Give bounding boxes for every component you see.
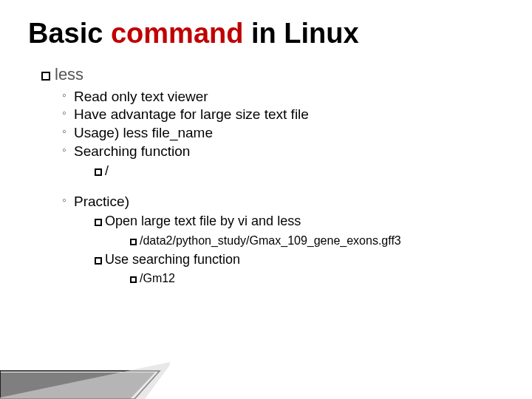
section-heading: less: [41, 64, 491, 85]
sub-bullet: /: [74, 162, 491, 180]
section-name: less: [55, 65, 83, 83]
sub-bullet-text: /: [105, 163, 109, 178]
checkbox-bullet-icon: [41, 72, 50, 81]
sub-bullet: Open large text file by vi and less /dat…: [74, 212, 491, 249]
checkbox-bullet-icon: [130, 276, 137, 283]
corner-decor-icon: [0, 355, 170, 399]
title-part-1: Basic: [28, 18, 111, 49]
list-item: Searching function /: [62, 143, 491, 180]
sub-bullet-text: Use searching function: [105, 252, 240, 267]
list-item: Usage) less file_name: [62, 124, 491, 142]
list-item: Have advantage for large size text file: [62, 106, 491, 123]
bullet-text: Read only text viewer: [74, 89, 208, 104]
title-part-2: in Linux: [243, 18, 358, 49]
sub-sub-text: /data2/python_study/Gmax_109_gene_exons.…: [140, 234, 401, 247]
sub-bullet-text: Open large text file by vi and less: [105, 214, 301, 228]
svg-marker-1: [0, 371, 160, 399]
checkbox-bullet-icon: [95, 257, 102, 265]
bullet-text: Practice): [74, 194, 129, 209]
svg-marker-2: [0, 362, 170, 399]
bullet-list: Read only text viewer Have advantage for…: [41, 88, 491, 180]
spacer: [41, 180, 491, 190]
title-accent: command: [111, 18, 243, 49]
slide-body: less Read only text viewer Have advantag…: [0, 50, 532, 287]
list-item: Practice) Open large text file by vi and…: [62, 193, 491, 287]
sub-sub-bullet: /data2/python_study/Gmax_109_gene_exons.…: [95, 231, 491, 249]
slide-title: Basic command in Linux: [0, 0, 532, 50]
checkbox-bullet-icon: [95, 168, 102, 176]
sub-sub-bullet: /Gm12: [95, 269, 491, 287]
svg-marker-0: [0, 372, 155, 399]
bullet-text: Searching function: [74, 143, 190, 159]
checkbox-bullet-icon: [95, 219, 102, 226]
sub-sub-text: /Gm12: [140, 272, 175, 284]
bullet-text: Have advantage for large size text file: [74, 106, 309, 122]
list-item: Read only text viewer: [62, 88, 491, 106]
slide: Basic command in Linux less Read only te…: [0, 0, 532, 399]
checkbox-bullet-icon: [130, 239, 137, 245]
sub-bullet: Use searching function /Gm12: [74, 250, 491, 287]
bullet-list: Practice) Open large text file by vi and…: [41, 193, 491, 287]
bullet-text: Usage) less file_name: [74, 125, 213, 140]
